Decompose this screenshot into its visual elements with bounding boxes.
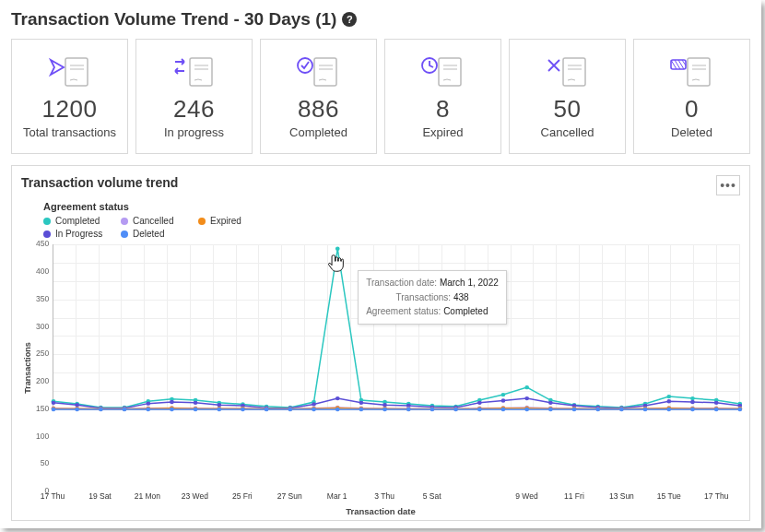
stat-card[interactable]: 0Deleted xyxy=(633,39,750,154)
svg-point-163 xyxy=(572,408,577,411)
stat-card[interactable]: 886Completed xyxy=(260,39,377,154)
legend-item[interactable]: Cancelled xyxy=(121,216,185,226)
svg-point-71 xyxy=(525,396,530,400)
legend-item[interactable]: Completed xyxy=(43,216,108,226)
svg-point-62 xyxy=(312,402,316,406)
svg-point-156 xyxy=(406,408,411,411)
legend-title: Agreement status xyxy=(43,201,740,212)
stat-value: 886 xyxy=(298,95,339,124)
svg-point-167 xyxy=(667,408,672,411)
stat-card[interactable]: 50Cancelled xyxy=(509,39,626,154)
stat-value: 246 xyxy=(173,95,215,124)
svg-point-9 xyxy=(298,58,312,73)
svg-point-148 xyxy=(218,408,222,411)
deleted-icon xyxy=(669,51,715,89)
stat-label: Deleted xyxy=(671,125,712,140)
help-icon[interactable]: ? xyxy=(342,12,357,27)
legend-swatch xyxy=(43,218,51,225)
stat-label: Completed xyxy=(289,125,347,140)
more-button[interactable]: ••• xyxy=(716,175,740,195)
legend-swatch xyxy=(43,231,51,238)
svg-rect-0 xyxy=(65,58,88,86)
svg-point-170 xyxy=(738,408,743,411)
stat-label: Expired xyxy=(422,125,463,140)
svg-point-150 xyxy=(265,408,269,411)
progress-icon xyxy=(171,51,218,89)
legend: Agreement status CompletedCancelledExpir… xyxy=(21,201,740,239)
legend-swatch xyxy=(121,231,128,238)
legend-label: Completed xyxy=(55,216,100,226)
svg-point-142 xyxy=(75,408,79,411)
expired-icon xyxy=(420,51,466,89)
legend-item[interactable]: Expired xyxy=(198,216,263,226)
stat-value: 50 xyxy=(554,95,582,124)
legend-swatch xyxy=(121,218,128,225)
y-axis-ticks: 450400350300250200150100500 xyxy=(36,244,53,491)
svg-point-158 xyxy=(453,408,458,411)
legend-label: Cancelled xyxy=(133,216,173,226)
svg-point-63 xyxy=(335,396,340,400)
cancelled-icon xyxy=(545,51,591,89)
y-axis-label: Transactions xyxy=(21,244,34,491)
svg-point-72 xyxy=(548,401,553,405)
svg-point-70 xyxy=(501,399,506,403)
send-icon xyxy=(47,51,93,89)
stat-value: 0 xyxy=(685,95,699,124)
chart-panel: Transaction volume trend ••• Agreement s… xyxy=(11,165,750,521)
legend-item[interactable]: In Progress xyxy=(43,229,108,239)
svg-point-77 xyxy=(667,399,672,403)
svg-point-157 xyxy=(430,408,435,411)
page-title: Transaction Volume Trend - 30 Days (1) xyxy=(11,9,336,30)
stat-label: Total transactions xyxy=(23,125,116,140)
stat-card[interactable]: 246In progress xyxy=(135,39,253,154)
svg-rect-17 xyxy=(688,58,710,86)
svg-point-155 xyxy=(382,408,387,411)
legend-label: Expired xyxy=(210,216,241,226)
svg-point-168 xyxy=(690,408,695,411)
svg-point-47 xyxy=(667,395,672,398)
stat-label: In progress xyxy=(164,125,224,140)
svg-point-141 xyxy=(52,408,56,411)
svg-point-161 xyxy=(525,408,530,411)
svg-point-78 xyxy=(690,400,695,404)
svg-point-65 xyxy=(382,403,387,407)
svg-point-159 xyxy=(477,408,482,411)
svg-point-154 xyxy=(359,408,364,411)
svg-point-40 xyxy=(501,393,506,396)
svg-point-143 xyxy=(99,408,103,411)
svg-point-151 xyxy=(288,408,293,411)
svg-point-33 xyxy=(335,247,340,251)
chart-title: Transaction volume trend xyxy=(21,175,178,190)
svg-point-144 xyxy=(123,408,127,411)
svg-point-51 xyxy=(52,401,56,405)
stat-value: 8 xyxy=(436,95,450,124)
summary-cards: 1200Total transactions246In progress886C… xyxy=(11,39,750,154)
completed-icon xyxy=(296,51,342,89)
svg-rect-10 xyxy=(439,58,461,86)
svg-point-58 xyxy=(218,403,222,407)
chart-plot-area[interactable]: Transaction date: March 1, 2022 Transact… xyxy=(53,244,740,410)
svg-point-162 xyxy=(548,408,553,411)
svg-point-79 xyxy=(714,401,719,405)
svg-point-56 xyxy=(170,400,174,404)
stat-value: 1200 xyxy=(42,95,98,124)
svg-point-166 xyxy=(643,408,648,411)
legend-label: In Progress xyxy=(55,229,102,239)
svg-rect-3 xyxy=(190,58,212,86)
svg-point-169 xyxy=(714,408,719,411)
svg-point-165 xyxy=(619,408,624,411)
svg-point-160 xyxy=(501,408,506,411)
svg-point-146 xyxy=(170,408,174,411)
svg-point-55 xyxy=(147,402,151,406)
svg-point-41 xyxy=(525,385,530,389)
svg-rect-14 xyxy=(563,58,585,86)
stat-card[interactable]: 8Expired xyxy=(384,39,501,154)
legend-item[interactable]: Deleted xyxy=(121,229,185,239)
x-axis-label: Transaction date xyxy=(21,506,740,516)
stat-card[interactable]: 1200Total transactions xyxy=(11,39,128,154)
svg-point-145 xyxy=(147,408,151,411)
svg-point-69 xyxy=(477,401,482,405)
svg-point-153 xyxy=(335,408,340,411)
svg-point-48 xyxy=(690,396,695,400)
svg-point-147 xyxy=(194,408,198,411)
